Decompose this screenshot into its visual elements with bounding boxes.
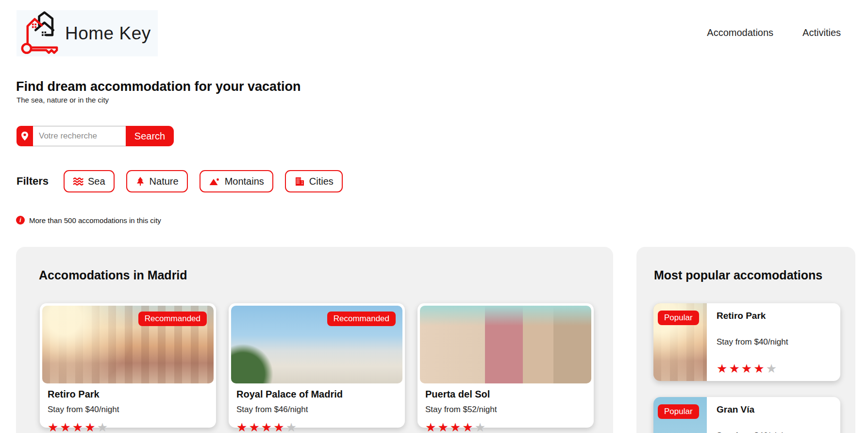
home-key-logo[interactable]: Home Key bbox=[17, 10, 158, 56]
popular-name: Gran Vía bbox=[717, 404, 835, 415]
page-subtitle: The sea, nature or in the city bbox=[17, 96, 109, 104]
star-rating: ★★★★★ bbox=[717, 363, 835, 375]
filters-label: Filters bbox=[17, 175, 49, 188]
accomodation-card-puerta-del-sol[interactable]: Puerta del Sol Stay from $52/night ★★★★★ bbox=[417, 303, 594, 428]
home-key-logo-icon bbox=[19, 10, 64, 56]
popular-price: Stay from $40/night bbox=[717, 337, 835, 347]
popular-badge: Popular bbox=[658, 311, 699, 325]
filters-row: Sea Nature Montains bbox=[64, 170, 343, 192]
info-icon: i bbox=[16, 216, 25, 225]
popular-name: Retiro Park bbox=[717, 311, 835, 321]
accomodation-card-body: Royal Palace of Madrid Stay from $46/nig… bbox=[231, 383, 402, 433]
filter-label-nature: Nature bbox=[150, 176, 179, 187]
popular-card-retiro-park[interactable]: Popular Retiro Park Stay from $40/night … bbox=[653, 303, 840, 381]
popular-card-gran-via[interactable]: Popular Gran Vía Stay from $46/night ★★★… bbox=[653, 397, 840, 433]
recommanded-badge: Recommanded bbox=[138, 312, 207, 326]
tree-icon bbox=[135, 176, 145, 186]
popular-card-body: Gran Vía Stay from $46/night ★★★★★ bbox=[707, 397, 840, 433]
filter-button-cities[interactable]: Cities bbox=[285, 170, 343, 192]
popular-badge: Popular bbox=[658, 404, 699, 419]
star-rating: ★★★★★ bbox=[48, 421, 208, 433]
accomodations-panel-title: Accomodations in Madrid bbox=[39, 268, 187, 282]
recommanded-badge: Recommanded bbox=[327, 312, 396, 326]
filter-label-cities: Cities bbox=[309, 176, 334, 187]
accomodation-name: Puerta del Sol bbox=[425, 389, 586, 400]
filter-label-sea: Sea bbox=[88, 176, 105, 187]
accomodation-price: Stay from $52/night bbox=[425, 405, 586, 415]
search-bar: Search bbox=[17, 126, 174, 146]
page-title: Find dream accommodation for your vacati… bbox=[16, 79, 301, 94]
filter-label-montains: Montains bbox=[225, 176, 264, 187]
accomodation-cards-row: Recommanded Retiro Park Stay from $40/ni… bbox=[40, 303, 594, 428]
location-pin-icon bbox=[17, 126, 33, 146]
main-nav: Accomodations Activities bbox=[707, 27, 841, 38]
info-text: More than 500 accomodations in this city bbox=[29, 216, 161, 225]
popular-panel: Most popular accomodations Popular Retir… bbox=[636, 247, 855, 433]
filter-button-nature[interactable]: Nature bbox=[126, 170, 188, 192]
search-input[interactable] bbox=[33, 126, 126, 146]
accomodation-card-body: Puerta del Sol Stay from $52/night ★★★★★ bbox=[420, 383, 591, 433]
accomodation-card-retiro-park[interactable]: Recommanded Retiro Park Stay from $40/ni… bbox=[40, 303, 216, 428]
popular-panel-title: Most popular accomodations bbox=[654, 268, 822, 282]
star-rating: ★★★★★ bbox=[236, 421, 397, 433]
popular-price: Stay from $46/night bbox=[717, 431, 835, 433]
accomodation-price: Stay from $46/night bbox=[236, 405, 397, 415]
filter-button-montains[interactable]: Montains bbox=[200, 170, 273, 192]
accomodation-name: Royal Palace of Madrid bbox=[236, 389, 397, 400]
filter-button-sea[interactable]: Sea bbox=[64, 170, 115, 192]
accomodation-price: Stay from $40/night bbox=[48, 405, 208, 415]
accomodation-card-royal-palace[interactable]: Recommanded Royal Palace of Madrid Stay … bbox=[229, 303, 405, 428]
building-icon bbox=[294, 176, 305, 186]
popular-cards-list: Popular Retiro Park Stay from $40/night … bbox=[653, 303, 840, 433]
nav-item-activities[interactable]: Activities bbox=[802, 27, 841, 38]
waves-icon bbox=[73, 176, 83, 186]
popular-card-body: Retiro Park Stay from $40/night ★★★★★ bbox=[707, 303, 840, 381]
search-button[interactable]: Search bbox=[126, 126, 174, 146]
accomodation-card-body: Retiro Park Stay from $40/night ★★★★★ bbox=[42, 383, 214, 433]
accomodations-panel: Accomodations in Madrid Recommanded Reti… bbox=[16, 247, 613, 433]
star-rating: ★★★★★ bbox=[425, 421, 586, 433]
nav-item-accomodations[interactable]: Accomodations bbox=[707, 27, 773, 38]
mountain-icon bbox=[209, 176, 220, 186]
accomodation-name: Retiro Park bbox=[48, 389, 208, 400]
accomodation-photo bbox=[420, 306, 591, 383]
info-row: i More than 500 accomodations in this ci… bbox=[16, 216, 161, 225]
logo-text: Home Key bbox=[65, 23, 151, 44]
